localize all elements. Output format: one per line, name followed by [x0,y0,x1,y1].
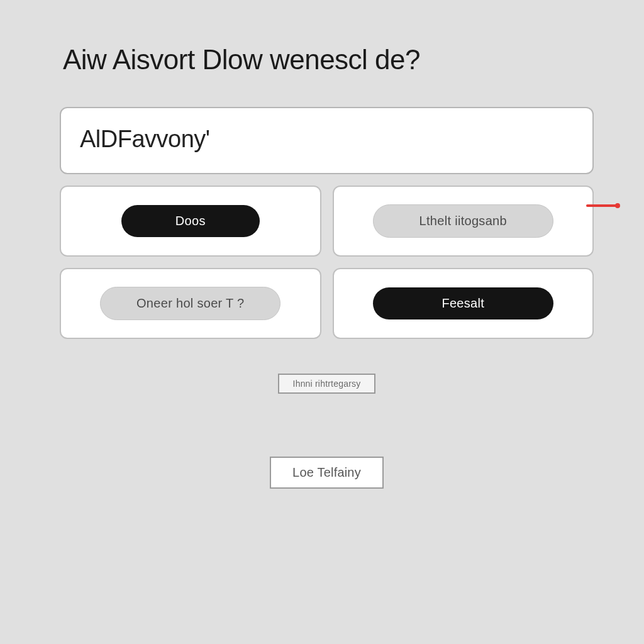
option-card-2[interactable]: Lthelt iitogsanb [333,186,594,257]
option-pill-1[interactable]: Doos [121,205,260,237]
option-card-4[interactable]: Feesalt [333,268,594,339]
page-title: Aiw Aisvort Dlow wenescl de? [63,44,594,75]
secondary-action-row: Ihnni rihtrtegarsy [60,374,594,394]
option-card-3[interactable]: Oneer hol soer T ? [60,268,321,339]
primary-action-button[interactable]: Loe Telfainy [270,457,384,489]
option-pill-2[interactable]: Lthelt iitogsanb [373,204,553,238]
option-pill-3[interactable]: Oneer hol soer T ? [100,287,280,320]
option-row-1: Doos Lthelt iitogsanb [60,186,594,257]
annotation-mark-icon [586,204,618,207]
option-pill-4[interactable]: Feesalt [373,287,553,319]
option-card-1[interactable]: Doos [60,186,321,257]
search-panel[interactable]: AlDFavvony' [60,107,594,174]
option-row-2: Oneer hol soer T ? Feesalt [60,268,594,339]
search-input-value: AlDFavvony' [80,126,210,152]
secondary-action-button[interactable]: Ihnni rihtrtegarsy [278,374,376,394]
primary-action-row: Loe Telfainy [60,457,594,489]
